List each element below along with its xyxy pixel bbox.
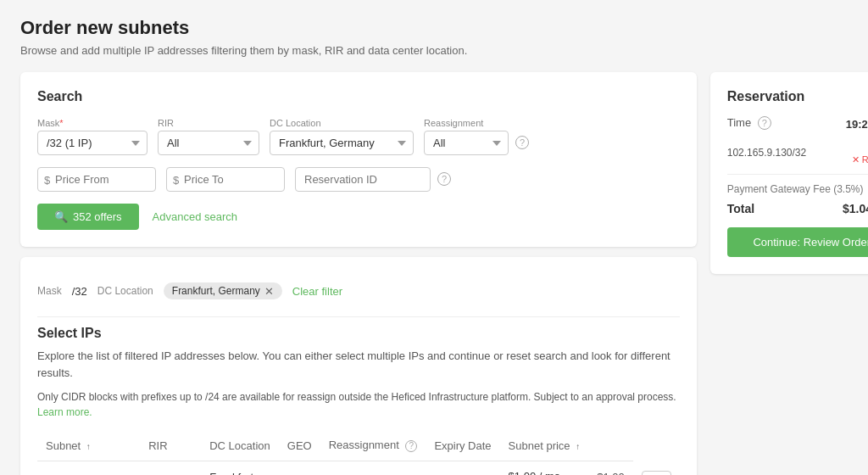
reassignment-help-icon[interactable]: ?	[515, 136, 529, 149]
total-value: $1.04 /mo	[843, 202, 868, 215]
reservation-card: Reservation Time ? 19:27 min 102.165.9.1…	[710, 72, 868, 274]
dc-filter-tag-value: Frankfurt, Germany	[172, 285, 260, 297]
reservation-ip: 102.165.9.130/32	[727, 147, 806, 159]
page-title: Order new subnets	[20, 17, 848, 39]
continue-button[interactable]: Continue: Review Order	[727, 227, 868, 257]
cell-expiry-date: Unlimited	[426, 461, 499, 475]
reservation-id-wrapper: ?	[295, 167, 451, 192]
price-from-input[interactable]	[37, 167, 156, 192]
mask-field-group: Mask* /32 (1 IP)	[37, 118, 147, 155]
reservation-fee-row: Payment Gateway Fee (3.5%) $0.04	[727, 183, 868, 195]
reservation-time-label: Time ?	[727, 116, 771, 131]
learn-more-link[interactable]: Learn more.	[37, 406, 92, 418]
reassignment-col-help-icon[interactable]: ?	[405, 440, 417, 452]
add-to-cart-button[interactable]: 🛒	[642, 471, 671, 475]
mask-select[interactable]: /32 (1 IP)	[37, 131, 147, 155]
price-to-wrapper: $	[166, 167, 285, 192]
filter-bar: Mask /32 DC Location Frankfurt, Germany …	[37, 274, 680, 308]
dc-label: DC Location	[270, 118, 414, 128]
select-ips-notice: Only CIDR blocks with prefixes up to /24…	[37, 389, 680, 420]
cell-subnet-price: $1.00 / mo Make an Offer	[500, 461, 589, 475]
search-icon: 🔍	[54, 210, 68, 223]
mask-filter-label: Mask	[37, 285, 62, 297]
cell-reassignment: Disallowed	[320, 461, 426, 475]
total-label: Total	[727, 202, 754, 215]
reservation-time-row: Time ? 19:27 min	[727, 116, 868, 131]
subnet-sort-arrow: ↑	[86, 442, 91, 451]
col-expiry-date: Expiry Date	[426, 432, 499, 461]
dc-filter-tag: Frankfurt, Germany ✕	[164, 282, 282, 299]
search-card: Search Mask* /32 (1 IP) RIR All	[20, 72, 697, 247]
dc-field-group: DC Location Frankfurt, Germany	[270, 118, 414, 155]
clear-filter-link[interactable]: Clear filter	[292, 285, 342, 298]
fee-label: Payment Gateway Fee (3.5%)	[727, 183, 864, 195]
search-offers-button[interactable]: 🔍 352 offers	[37, 204, 139, 230]
reassignment-label: Reassignment	[424, 118, 529, 128]
rir-label: RIR	[158, 118, 259, 128]
price-to-input[interactable]	[166, 167, 285, 192]
reservation-remove-link[interactable]: ✕ Remove	[852, 154, 868, 165]
col-geo: GEO	[279, 432, 320, 461]
advanced-search-link[interactable]: Advanced search	[153, 210, 237, 223]
cell-subnet: 102.165.9.130/32	[37, 461, 140, 475]
mask-label: Mask*	[37, 118, 147, 128]
select-ips-title: Select IPs	[37, 326, 680, 341]
reservation-time-value: 19:27 min	[846, 118, 868, 131]
reservation-time-help-icon[interactable]: ?	[758, 116, 771, 130]
reservation-total-row: Total $1.04 /mo	[727, 202, 868, 215]
reservation-id-input[interactable]	[295, 167, 431, 192]
select-ips-description: Explore the list of filtered IP addresse…	[37, 348, 680, 381]
rir-field-group: RIR All	[158, 118, 259, 155]
col-reassignment: Reassignment ?	[320, 432, 426, 461]
reassignment-field-group: Reassignment All ?	[424, 118, 529, 155]
reservation-title: Reservation	[727, 89, 868, 104]
cell-action[interactable]: 🛒	[633, 461, 680, 475]
col-subnet[interactable]: Subnet ↑	[37, 432, 140, 461]
rir-select[interactable]: All	[158, 131, 259, 155]
col-subnet-price[interactable]: Subnet price ↑	[500, 432, 589, 461]
col-action	[588, 432, 633, 461]
reassignment-select[interactable]: All	[424, 131, 509, 155]
dc-filter-tag-close[interactable]: ✕	[264, 286, 274, 297]
search-section-title: Search	[37, 89, 680, 104]
col-rir: RIR	[140, 432, 201, 461]
mask-filter-value: /32	[72, 285, 87, 298]
price-from-wrapper: $	[37, 167, 156, 192]
col-dc-location: DC Location	[201, 432, 279, 461]
results-card: Mask /32 DC Location Frankfurt, Germany …	[20, 257, 697, 475]
ip-table: Subnet ↑ RIR DC Location GEO Reassignmen…	[37, 432, 680, 475]
subnet-price-sort-arrow: ↑	[576, 442, 580, 451]
cell-geo[interactable]: ℹ	[279, 461, 320, 475]
cell-dc-location: Frankfurt, Germany	[201, 461, 279, 475]
page-subtitle: Browse and add multiple IP addresses fil…	[20, 44, 848, 57]
cell-price-ip: $1.00 / IP	[588, 461, 633, 475]
reservation-ip-row: 102.165.9.130/32 $1.00 ✕ Remove	[727, 140, 868, 165]
table-row: 102.165.9.130/32 AFRINIC Frankfurt, Germ…	[37, 461, 680, 475]
dc-select[interactable]: Frankfurt, Germany	[270, 131, 414, 155]
dc-filter-label: DC Location	[97, 285, 153, 297]
cell-rir: AFRINIC	[140, 461, 201, 475]
reservation-id-help-icon[interactable]: ?	[437, 172, 451, 186]
reservation-ip-price: $1.00 ✕ Remove	[852, 140, 868, 165]
